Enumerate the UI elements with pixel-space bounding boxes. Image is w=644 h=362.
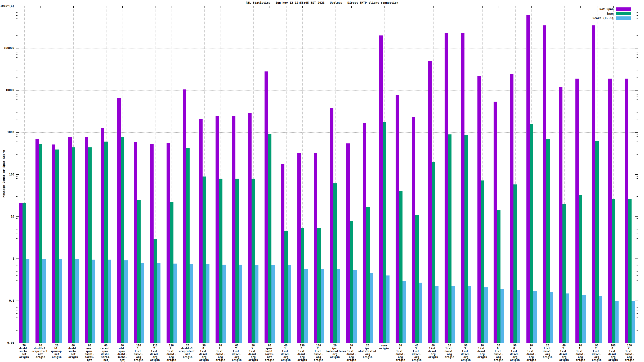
x-category-label: 30 0. list. dnswl. org origin — [489, 344, 508, 361]
y-minor-tick-right — [637, 288, 638, 288]
y-minor-tick-left — [16, 184, 17, 184]
bar-not-spam — [428, 61, 432, 343]
y-minor-tick-right — [637, 94, 638, 94]
y-minor-tick-right — [637, 142, 638, 142]
bar-not-spam — [330, 108, 333, 343]
x-tick-top — [286, 6, 286, 8]
y-minor-tick-right — [637, 318, 638, 318]
y-minor-tick-right — [637, 261, 638, 261]
y-minor-tick-left — [16, 35, 17, 36]
x-tick-top — [73, 6, 74, 8]
y-minor-tick-right — [637, 12, 638, 13]
bar-spam — [104, 142, 108, 343]
bar-spam — [415, 215, 419, 343]
y-minor-tick-left — [16, 23, 17, 23]
y-major-tick-left — [16, 48, 19, 48]
y-minor-tick-right — [637, 204, 638, 204]
y-minor-tick-left — [16, 176, 17, 177]
y-major-tick-right — [635, 216, 638, 217]
bar-spam — [612, 199, 615, 343]
y-minor-tick-left — [16, 196, 17, 197]
y-minor-tick-right — [637, 196, 638, 197]
y-major-tick-right — [635, 259, 638, 259]
y-minor-tick-right — [637, 78, 638, 78]
bar-not-spam — [248, 113, 252, 343]
bar-score — [337, 269, 340, 343]
bar-not-spam — [183, 89, 186, 343]
y-major-tick-right — [635, 48, 638, 48]
y-minor-tick-left — [16, 318, 17, 318]
bar-not-spam — [314, 153, 317, 343]
x-category-label: 20 list. dnswl. org origin — [538, 344, 557, 359]
x-tick-top — [172, 6, 172, 8]
y-minor-tick-left — [16, 142, 17, 142]
bar-not-spam — [379, 35, 383, 343]
y-minor-tick-left — [16, 226, 17, 226]
bar-not-spam — [19, 203, 23, 343]
y-minor-tick-right — [637, 271, 638, 272]
x-category-label: 60 dnsbl. sorbs. net origin — [64, 344, 82, 359]
bar-not-spam — [150, 144, 154, 343]
bar-not-spam — [477, 76, 481, 343]
x-tick-top — [106, 6, 106, 8]
x-tick-top — [351, 6, 352, 8]
bar-spam — [88, 147, 92, 343]
bar-not-spam — [52, 144, 55, 343]
y-minor-tick-left — [16, 218, 17, 219]
y-tick-label: 100000 — [0, 46, 14, 50]
bar-score — [124, 260, 128, 343]
y-minor-tick-right — [637, 238, 638, 239]
y-minor-tick-left — [16, 107, 17, 107]
bar-score — [271, 265, 275, 343]
x-category-label: 60 old. spam. dnsbl. sorbs. net origin — [113, 344, 132, 362]
y-tick-label: 10000 — [0, 88, 14, 92]
y-major-tick-left — [16, 132, 19, 133]
y-tick-label: 1x10^{6} — [0, 4, 14, 8]
bar-not-spam — [101, 128, 104, 343]
legend: Not Spam Spam Score (0..1) — [593, 7, 631, 21]
bar-not-spam — [396, 95, 399, 343]
y-tick-label: 1 — [0, 257, 14, 260]
x-category-label: 100 Y. list. dnswl. org origin — [620, 344, 639, 361]
y-minor-tick-left — [16, 61, 17, 61]
bar-not-spam — [461, 33, 464, 343]
bar-not-spam — [232, 116, 235, 343]
x-tick-top — [253, 6, 253, 8]
x-tick-top — [482, 6, 483, 8]
y-major-tick-left — [16, 301, 19, 301]
y-major-tick-right — [635, 343, 638, 343]
x-tick-top — [57, 6, 57, 8]
y-minor-tick-right — [637, 280, 638, 281]
y-minor-tick-right — [637, 162, 638, 162]
y-minor-tick-left — [16, 238, 17, 239]
y-minor-tick-right — [637, 265, 638, 265]
y-minor-tick-right — [637, 307, 638, 307]
x-category-label: 20 ips. whitelisted. org origin — [358, 344, 377, 359]
bar-spam — [268, 134, 271, 343]
y-minor-tick-right — [637, 136, 638, 137]
bar-spam — [579, 195, 582, 343]
y-minor-tick-left — [16, 97, 17, 97]
bar-score — [615, 301, 619, 343]
y-minor-tick-right — [637, 139, 638, 139]
y-minor-tick-left — [16, 204, 17, 204]
bar-score — [632, 301, 635, 343]
y-minor-tick-right — [637, 181, 638, 181]
y-minor-tick-right — [637, 233, 638, 233]
bar-score — [239, 265, 242, 343]
y-minor-tick-left — [16, 19, 17, 19]
y-minor-tick-right — [637, 187, 638, 187]
x-category-label: 20 ips. backscatterer. org origin — [326, 344, 344, 359]
bar-not-spam — [592, 25, 595, 343]
x-tick-top — [548, 6, 548, 8]
x-tick-top — [564, 6, 564, 8]
bar-not-spam — [134, 142, 137, 343]
y-major-tick-left — [16, 174, 19, 175]
x-tick-top — [335, 6, 335, 8]
bar-not-spam — [85, 137, 88, 343]
y-minor-tick-right — [637, 191, 638, 191]
y-major-tick-right — [635, 90, 638, 91]
bar-score — [533, 291, 537, 343]
bar-spam — [546, 139, 550, 343]
y-minor-tick-left — [16, 162, 17, 162]
